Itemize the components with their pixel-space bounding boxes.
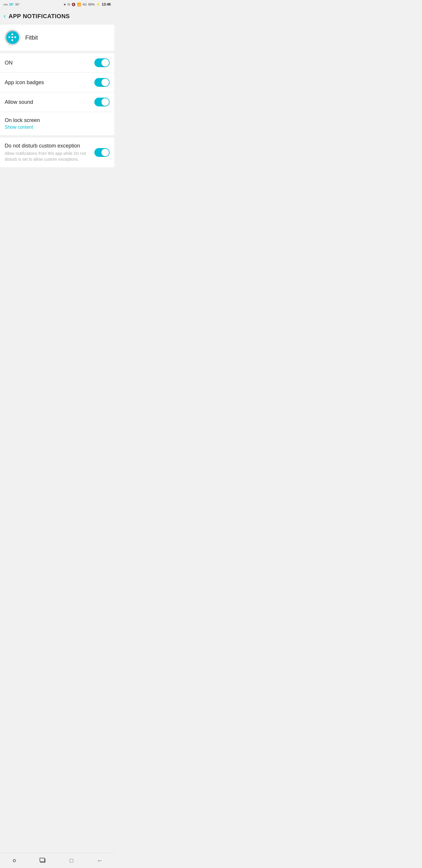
bluetooth-icon: ★ (63, 3, 66, 6)
temperature-high: 38° (9, 3, 14, 6)
on-label: ON (5, 60, 12, 66)
dot (11, 39, 13, 41)
dot (11, 33, 13, 35)
app-name: Fitbit (25, 34, 38, 41)
allow-sound-label: Allow sound (5, 99, 33, 105)
dnd-title: Do not disturb custom exception (5, 143, 90, 149)
allow-sound-toggle[interactable] (94, 98, 109, 106)
content-area: Fitbit ON App icon badges Allow sound On… (0, 24, 114, 185)
show-content-link[interactable]: Show content (5, 125, 109, 130)
dot (14, 36, 16, 38)
allow-sound-row[interactable]: Allow sound (0, 92, 114, 112)
status-right: ★ N 🔇 📶 4G 80% ⚡ 13:46 (63, 2, 111, 6)
mute-icon: 🔇 (71, 3, 75, 6)
sound-toggle-thumb (101, 98, 109, 106)
battery-level: 80% (88, 3, 95, 6)
dnd-description: Allow notifications from this app while … (5, 151, 90, 162)
page-title: APP NOTIFICATIONS (8, 13, 70, 20)
nfc-icon: N (68, 3, 70, 6)
wifi-icon: 📶 (77, 3, 81, 6)
dnd-toggle-thumb (101, 149, 109, 156)
dnd-row[interactable]: Do not disturb custom exception Allow no… (0, 137, 114, 168)
app-info-row: Fitbit (0, 24, 114, 53)
dnd-toggle[interactable] (94, 148, 109, 157)
clock: 13:46 (102, 2, 111, 6)
dnd-text: Do not disturb custom exception Allow no… (5, 143, 90, 162)
back-button[interactable]: ‹ (2, 12, 8, 21)
on-toggle[interactable] (94, 58, 109, 67)
signal-icon: 4G (83, 3, 87, 6)
lock-screen-title: On lock screen (5, 117, 109, 123)
status-left: pay 38° 36° (3, 3, 20, 6)
lock-screen-row: On lock screen Show content (0, 112, 114, 137)
battery-icon: ⚡ (96, 3, 100, 6)
fitbit-icon-inner (6, 31, 19, 44)
app-icon-badges-label: App icon badges (5, 80, 44, 86)
on-toggle-thumb (101, 59, 109, 67)
app-icon-badges-toggle[interactable] (94, 78, 109, 87)
fitbit-dots (8, 33, 17, 42)
app-icon-badges-row[interactable]: App icon badges (0, 73, 114, 92)
app-icon (5, 30, 21, 45)
samsung-pay: pay (3, 3, 8, 6)
dot (11, 36, 13, 38)
dot (8, 36, 10, 38)
header: ‹ APP NOTIFICATIONS (0, 8, 114, 24)
temperature-low: 36° (15, 3, 20, 6)
status-bar: pay 38° 36° ★ N 🔇 📶 4G 80% ⚡ 13:46 (0, 0, 114, 8)
badges-toggle-thumb (101, 79, 109, 86)
on-setting-row[interactable]: ON (0, 53, 114, 73)
